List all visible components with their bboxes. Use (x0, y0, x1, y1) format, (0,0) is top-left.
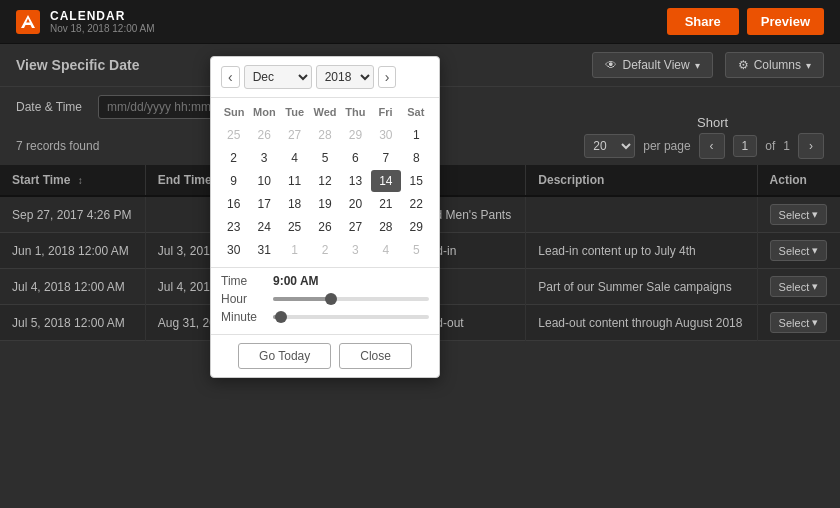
cal-day-cell[interactable]: 21 (371, 193, 400, 215)
header-title-block: CALENDAR Nov 18, 2018 12:00 AM (50, 9, 155, 34)
cal-hour-row: Hour (221, 292, 429, 306)
cal-day-cell[interactable]: 29 (402, 216, 431, 238)
cal-time-section: Time 9:00 AM Hour Minute (211, 267, 439, 334)
go-today-button[interactable]: Go Today (238, 343, 331, 369)
cal-day-cell[interactable]: 1 (280, 239, 309, 261)
hour-thumb[interactable] (325, 293, 337, 305)
minute-track (273, 315, 429, 319)
cal-day-cell[interactable]: 2 (310, 239, 339, 261)
page-title: CALENDAR (50, 9, 155, 23)
cal-day-name: Wed (310, 104, 340, 120)
cal-day-cell[interactable]: 5 (402, 239, 431, 261)
main-content: View Specific Date 👁 Default View ▾ ⚙ Co… (0, 44, 840, 508)
cal-day-cell[interactable]: 29 (341, 124, 370, 146)
cal-day-cell[interactable]: 30 (371, 124, 400, 146)
cal-day-name: Sat (401, 104, 431, 120)
cal-day-cell[interactable]: 6 (341, 147, 370, 169)
cal-day-cell[interactable]: 2 (219, 147, 248, 169)
cal-day-cell[interactable]: 31 (249, 239, 278, 261)
close-button[interactable]: Close (339, 343, 412, 369)
cal-minute-row: Minute (221, 310, 429, 324)
cal-days-header: SunMonTueWedThuFriSat (219, 104, 431, 120)
cal-day-cell[interactable]: 10 (249, 170, 278, 192)
cal-day-cell[interactable]: 28 (371, 216, 400, 238)
minute-label: Minute (221, 310, 265, 324)
hour-fill (273, 297, 331, 301)
cal-day-cell[interactable]: 27 (280, 124, 309, 146)
cal-day-cell[interactable]: 8 (402, 147, 431, 169)
cal-next-button[interactable]: › (378, 66, 397, 88)
cal-day-cell[interactable]: 25 (219, 124, 248, 146)
cal-header: ‹ JanFebMarAprMayJunJulAugSepOctNovDec 2… (211, 57, 439, 98)
cal-day-cell[interactable]: 23 (219, 216, 248, 238)
cal-day-cell[interactable]: 19 (310, 193, 339, 215)
cal-day-cell[interactable]: 11 (280, 170, 309, 192)
cal-day-cell[interactable]: 22 (402, 193, 431, 215)
cal-day-cell[interactable]: 30 (219, 239, 248, 261)
cal-day-cell[interactable]: 9 (219, 170, 248, 192)
cal-day-cell[interactable]: 16 (219, 193, 248, 215)
header: CALENDAR Nov 18, 2018 12:00 AM Share Pre… (0, 0, 840, 44)
cal-day-name: Sun (219, 104, 249, 120)
cal-day-name: Mon (249, 104, 279, 120)
cal-day-cell[interactable]: 24 (249, 216, 278, 238)
cal-day-cell[interactable]: 18 (280, 193, 309, 215)
cal-day-cell[interactable]: 3 (249, 147, 278, 169)
hour-label: Hour (221, 292, 265, 306)
cal-day-cell[interactable]: 1 (402, 124, 431, 146)
cal-grid: SunMonTueWedThuFriSat 252627282930123456… (211, 98, 439, 267)
time-value: 9:00 AM (273, 274, 319, 288)
cal-day-cell[interactable]: 26 (249, 124, 278, 146)
cal-month-select[interactable]: JanFebMarAprMayJunJulAugSepOctNovDec (244, 65, 312, 89)
cal-day-cell[interactable]: 12 (310, 170, 339, 192)
page-subtitle: Nov 18, 2018 12:00 AM (50, 23, 155, 34)
share-button[interactable]: Share (667, 8, 739, 35)
preview-button[interactable]: Preview (747, 8, 824, 35)
cal-day-cell[interactable]: 13 (341, 170, 370, 192)
cal-day-cell[interactable]: 4 (280, 147, 309, 169)
cal-day-cell[interactable]: 7 (371, 147, 400, 169)
cal-day-cell[interactable]: 25 (280, 216, 309, 238)
cal-day-name: Tue (280, 104, 310, 120)
cal-day-cell[interactable]: 4 (371, 239, 400, 261)
cal-days[interactable]: 2526272829301234567891011121314151617181… (219, 124, 431, 261)
cal-prev-button[interactable]: ‹ (221, 66, 240, 88)
cal-day-cell[interactable]: 15 (402, 170, 431, 192)
cal-day-cell[interactable]: 3 (341, 239, 370, 261)
calendar-popup: ‹ JanFebMarAprMayJunJulAugSepOctNovDec 2… (210, 56, 440, 378)
cal-time-row: Time 9:00 AM (221, 274, 429, 288)
time-label: Time (221, 274, 265, 288)
cal-day-cell[interactable]: 27 (341, 216, 370, 238)
hour-slider[interactable] (273, 292, 429, 306)
logo (16, 10, 40, 34)
calendar-overlay: ‹ JanFebMarAprMayJunJulAugSepOctNovDec 2… (0, 44, 840, 508)
minute-slider[interactable] (273, 310, 429, 324)
minute-thumb[interactable] (275, 311, 287, 323)
cal-day-cell[interactable]: 14 (371, 170, 400, 192)
cal-day-name: Thu (340, 104, 370, 120)
header-actions: Share Preview (667, 8, 824, 35)
cal-day-cell[interactable]: 5 (310, 147, 339, 169)
cal-day-cell[interactable]: 17 (249, 193, 278, 215)
cal-day-cell[interactable]: 26 (310, 216, 339, 238)
cal-year-select[interactable]: 20162017201820192020 (316, 65, 374, 89)
cal-day-name: Fri (370, 104, 400, 120)
cal-day-cell[interactable]: 20 (341, 193, 370, 215)
cal-footer: Go Today Close (211, 334, 439, 377)
hour-track (273, 297, 429, 301)
cal-day-cell[interactable]: 28 (310, 124, 339, 146)
